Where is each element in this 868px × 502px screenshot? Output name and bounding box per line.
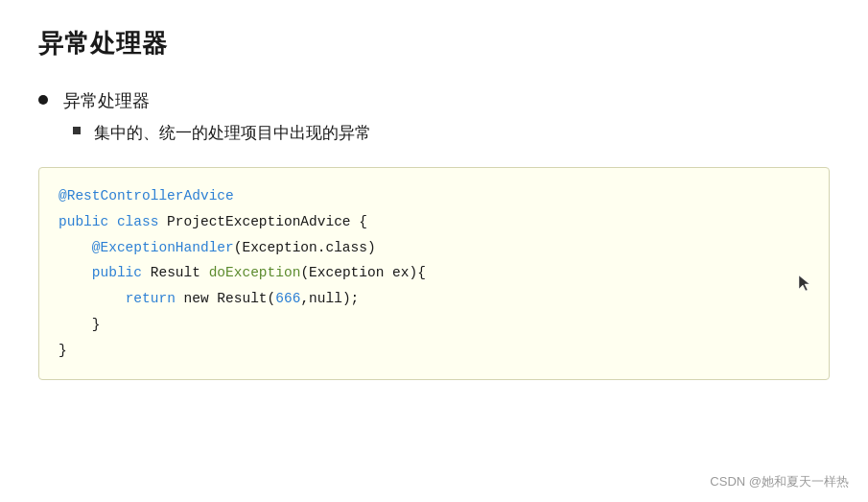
main-bullet-item: 异常处理器: [38, 89, 830, 112]
code-text-5a: new Result(: [176, 291, 275, 306]
keyword-3: return: [126, 291, 176, 306]
keyword-1: public class: [59, 214, 158, 229]
code-line-7: }: [59, 338, 809, 364]
code-block: @RestControllerAdvice public class Proje…: [38, 167, 830, 380]
code-indent-4: [59, 265, 92, 280]
code-indent-3: [59, 240, 92, 255]
number-1: 666: [275, 291, 300, 306]
annotation-2: @ExceptionHandler: [92, 240, 234, 255]
code-line-6: }: [59, 312, 809, 338]
sub-bullet-item: 集中的、统一的处理项目中出现的异常: [73, 122, 830, 144]
code-line-3: @ExceptionHandler(Exception.class): [59, 235, 809, 261]
annotation-1: @RestControllerAdvice: [59, 188, 234, 203]
main-bullet-text: 异常处理器: [63, 89, 150, 112]
code-line-1: @RestControllerAdvice: [59, 183, 809, 209]
code-text-6: }: [59, 317, 101, 332]
code-line-4: public Result doException(Exception ex){: [59, 260, 809, 286]
method-1: doException: [209, 265, 301, 280]
code-line-5: return new Result(666,null);: [59, 286, 809, 312]
keyword-2: public: [92, 265, 142, 280]
code-text-2: ProjectExceptionAdvice {: [158, 214, 367, 229]
code-text-4b: (Exception ex){: [300, 265, 426, 280]
page-container: 异常处理器 异常处理器 集中的、统一的处理项目中出现的异常 @RestContr…: [0, 0, 868, 502]
code-text-3: (Exception.class): [234, 240, 376, 255]
watermark: CSDN @她和夏天一样热: [710, 473, 849, 490]
code-line-2: public class ProjectExceptionAdvice {: [59, 209, 809, 235]
page-title: 异常处理器: [38, 27, 830, 60]
code-text-4a: Result: [142, 265, 209, 280]
bullet-dot-icon: [38, 95, 48, 105]
code-text-7: }: [59, 343, 67, 358]
sub-bullet-text: 集中的、统一的处理项目中出现的异常: [94, 122, 371, 144]
code-text-5b: ,null);: [300, 291, 359, 306]
bullet-list: 异常处理器 集中的、统一的处理项目中出现的异常: [38, 89, 830, 144]
bullet-square-icon: [73, 127, 81, 134]
code-indent-5: [59, 291, 126, 306]
